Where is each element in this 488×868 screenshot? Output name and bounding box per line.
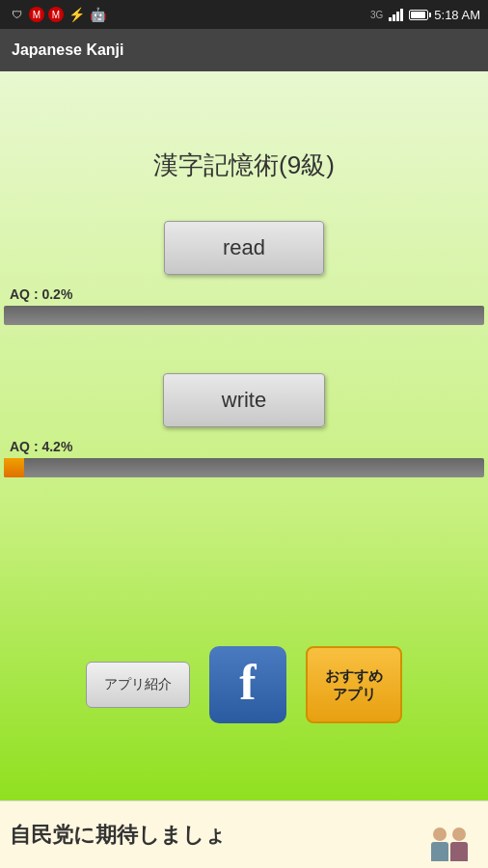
network-type-label: 3G: [370, 10, 383, 20]
ad-banner: 自民党に期待しましょ: [0, 800, 488, 868]
read-progress-section: AQ : 0.2%: [0, 286, 488, 325]
write-progress-bar: [4, 458, 484, 477]
clock: 5:18 AM: [434, 8, 480, 22]
facebook-button[interactable]: f: [209, 646, 286, 723]
person-2: [450, 827, 468, 861]
main-content: 漢字記憶術(9級) read AQ : 0.2% write AQ : 4.2%…: [0, 71, 488, 800]
signal-bars-icon: [389, 8, 403, 21]
read-aq-label: AQ : 0.2%: [4, 286, 484, 302]
m-antivirus-icon-2: M: [48, 7, 64, 22]
read-button[interactable]: read: [164, 221, 324, 275]
status-icons-left: 🛡 M M ⚡ 🤖: [8, 6, 106, 23]
kanji-title: 漢字記憶術(9級): [153, 149, 335, 182]
write-progress-fill: [4, 458, 24, 477]
osusume-label: おすすめアプリ: [325, 666, 383, 704]
ad-text: 自民党に期待しましょ: [10, 821, 227, 850]
write-section: write AQ : 4.2%: [0, 373, 488, 477]
m-antivirus-icon: M: [29, 7, 44, 22]
person-head-1: [433, 827, 447, 841]
usb-icon: ⚡: [68, 6, 85, 23]
person-head-2: [452, 827, 466, 841]
write-aq-label: AQ : 4.2%: [4, 439, 484, 454]
person-body-2: [450, 842, 468, 861]
app-intro-button[interactable]: アプリ紹介: [86, 662, 190, 708]
android-icon: 🤖: [89, 6, 106, 23]
write-progress-section: AQ : 4.2%: [0, 439, 488, 477]
status-bar: 🛡 M M ⚡ 🤖 3G 5:18 AM: [0, 0, 488, 29]
shield-icon: 🛡: [8, 6, 25, 23]
person-body-1: [431, 842, 448, 861]
title-bar: Japanese Kanji: [0, 29, 488, 71]
facebook-f-icon: f: [239, 658, 256, 708]
read-progress-bar: [4, 306, 484, 325]
read-section: read AQ : 0.2%: [0, 221, 488, 325]
write-button[interactable]: write: [163, 373, 325, 427]
battery-icon: [409, 10, 428, 20]
status-icons-right: 3G 5:18 AM: [370, 8, 480, 22]
person-1: [431, 827, 448, 861]
app-title: Japanese Kanji: [12, 41, 124, 59]
people-icon: [420, 808, 478, 861]
osusume-button[interactable]: おすすめアプリ: [306, 646, 402, 723]
bottom-buttons: アプリ紹介 f おすすめアプリ: [0, 646, 488, 723]
read-progress-fill: [4, 306, 5, 325]
